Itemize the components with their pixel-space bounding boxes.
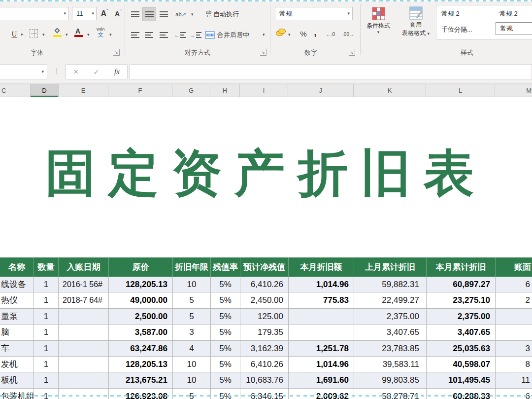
- cell[interactable]: 发机: [0, 357, 33, 372]
- cell[interactable]: 量泵: [0, 309, 33, 324]
- cell[interactable]: [58, 309, 108, 324]
- format-as-table-button[interactable]: 套用 表格格式 ▾: [400, 5, 432, 38]
- style-item-normal-selected[interactable]: 常规: [496, 22, 532, 35]
- column-header-K[interactable]: K: [354, 84, 426, 97]
- cell[interactable]: 128,205.13: [108, 357, 172, 372]
- shrink-font-button[interactable]: Aˇ: [112, 7, 124, 20]
- cell[interactable]: 车: [0, 341, 33, 356]
- phonetic-guide-button[interactable]: wén 文: [97, 27, 105, 37]
- underline-button[interactable]: U: [9, 28, 20, 40]
- decrease-decimal-button[interactable]: .00→: [341, 30, 356, 38]
- style-item-normal2[interactable]: 常规 2: [441, 9, 460, 18]
- cell[interactable]: 775.83: [288, 292, 354, 308]
- cell[interactable]: 1,251.78: [288, 341, 354, 356]
- cell[interactable]: 101,495.45: [426, 372, 495, 388]
- header-cur-accum[interactable]: 本月累计折旧: [426, 257, 495, 277]
- chevron-down-icon[interactable]: ▾: [87, 33, 90, 37]
- cell[interactable]: 23,275.10: [426, 292, 495, 308]
- cell[interactable]: 10: [172, 372, 210, 388]
- cell[interactable]: 2016-1 56#: [58, 277, 108, 292]
- worksheet[interactable]: 固定资产折旧表 名称 数量 入账日期 原价 折旧年限 残值率 预计净残值 本月折…: [0, 97, 532, 399]
- cell[interactable]: 5%: [210, 357, 240, 372]
- cell[interactable]: 5: [172, 309, 210, 324]
- cell[interactable]: 23,783.85: [354, 341, 426, 356]
- cell[interactable]: 1: [33, 292, 58, 308]
- cell[interactable]: 60,897.27: [426, 277, 495, 292]
- cell[interactable]: 热仪: [0, 292, 33, 308]
- cell[interactable]: 3,162.39: [240, 341, 288, 356]
- cell[interactable]: 线设备: [0, 277, 33, 292]
- column-header-L[interactable]: L: [426, 84, 495, 97]
- cell[interactable]: 60,288.33: [426, 389, 495, 399]
- cell[interactable]: 1: [33, 309, 58, 324]
- cell[interactable]: 49,000.00: [108, 292, 172, 308]
- header-net-residual[interactable]: 预计净残值: [240, 257, 288, 277]
- column-header-J[interactable]: J: [288, 84, 354, 97]
- header-name[interactable]: 名称: [0, 257, 33, 277]
- cell[interactable]: 40,598.07: [426, 357, 495, 372]
- cell[interactable]: [495, 325, 532, 340]
- cell[interactable]: 5%: [210, 277, 240, 292]
- cell[interactable]: 22,499.27: [354, 292, 426, 308]
- align-right-button[interactable]: [158, 30, 169, 40]
- header-depreciation-years[interactable]: 折旧年限: [172, 257, 210, 277]
- chevron-down-icon[interactable]: ▾: [263, 33, 265, 37]
- cell[interactable]: 59,882.31: [354, 277, 426, 292]
- font-size-combo[interactable]: 11 ▾: [72, 7, 97, 20]
- orientation-button[interactable]: ab↗: [173, 8, 188, 21]
- cell[interactable]: 5: [172, 292, 210, 308]
- cell[interactable]: 包装机组: [0, 389, 33, 399]
- header-month-depreciation[interactable]: 本月折旧额: [288, 257, 354, 277]
- cell[interactable]: 3,407.65: [426, 325, 495, 340]
- style-item-comma[interactable]: 千位分隔...: [441, 25, 472, 34]
- align-middle-button[interactable]: [143, 8, 156, 21]
- column-header-I[interactable]: I: [240, 84, 288, 97]
- borders-button[interactable]: [30, 29, 38, 37]
- column-header-E[interactable]: E: [59, 84, 108, 97]
- cell[interactable]: 58,278.71: [354, 389, 426, 399]
- column-header-F[interactable]: F: [108, 84, 172, 97]
- cell[interactable]: 8: [495, 357, 532, 372]
- cell[interactable]: 1,014.96: [288, 277, 354, 292]
- percent-style-button[interactable]: %: [298, 29, 309, 38]
- cell[interactable]: 6: [495, 277, 532, 292]
- cell[interactable]: 2,375.00: [426, 309, 495, 324]
- cell[interactable]: 4: [172, 341, 210, 356]
- cell[interactable]: 10,683.76: [240, 372, 288, 388]
- cell[interactable]: [58, 325, 108, 340]
- cell[interactable]: [288, 309, 354, 324]
- cell[interactable]: 5: [172, 389, 210, 399]
- cell[interactable]: 3,587.00: [108, 325, 172, 340]
- column-header-H[interactable]: H: [210, 84, 240, 97]
- cell[interactable]: [58, 372, 108, 388]
- chevron-down-icon[interactable]: ▾: [21, 33, 23, 37]
- comma-style-button[interactable]: ,: [311, 26, 319, 38]
- cell[interactable]: 5%: [210, 325, 240, 340]
- cell[interactable]: [58, 341, 108, 356]
- font-name-combo[interactable]: ▾: [0, 7, 69, 20]
- cell[interactable]: 脑: [0, 325, 33, 340]
- number-format-combo[interactable]: 常规 ▾: [275, 7, 353, 20]
- cell[interactable]: 11: [495, 372, 532, 388]
- align-top-button[interactable]: [129, 9, 141, 20]
- header-original-price[interactable]: 原价: [108, 257, 172, 277]
- cell[interactable]: 1: [33, 341, 58, 356]
- chevron-down-icon[interactable]: ▾: [42, 33, 45, 37]
- cell[interactable]: [58, 389, 108, 399]
- cell[interactable]: 1: [33, 389, 58, 399]
- cell[interactable]: 5%: [210, 341, 240, 356]
- cell[interactable]: 39,583.11: [354, 357, 426, 372]
- cell[interactable]: 213,675.21: [108, 372, 172, 388]
- cell[interactable]: 2,450.00: [240, 292, 288, 308]
- cell[interactable]: 6,410.26: [240, 277, 288, 292]
- grow-font-button[interactable]: Aˆ: [99, 7, 110, 20]
- cell[interactable]: 5%: [210, 292, 240, 308]
- chevron-down-icon[interactable]: ▾: [288, 33, 291, 37]
- chevron-down-icon[interactable]: ▾: [109, 33, 112, 37]
- decrease-indent-button[interactable]: ←: [173, 30, 186, 40]
- cell[interactable]: 1: [33, 277, 58, 292]
- font-color-button[interactable]: A: [74, 28, 84, 37]
- cell[interactable]: 2: [495, 292, 532, 308]
- cell[interactable]: 3: [495, 341, 532, 356]
- header-book-value[interactable]: 账面: [495, 257, 532, 277]
